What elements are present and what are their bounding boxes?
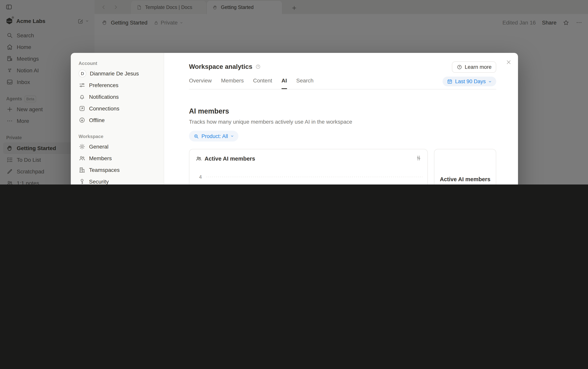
date-range-label: Last 90 Days	[455, 79, 486, 84]
settings-item-notifications[interactable]: Notifications	[75, 91, 159, 103]
settings-content: Workspace analytics ? ? Learn more Overv…	[164, 53, 518, 184]
avatar: D	[79, 70, 86, 77]
arrowbox-icon	[79, 105, 86, 112]
help-circle-icon[interactable]: ?	[255, 64, 261, 70]
people-icon	[196, 155, 202, 162]
product-filter-label: Product: All	[201, 133, 228, 139]
item-label: Security	[89, 178, 109, 184]
settings-item-preferences[interactable]: Preferences	[75, 79, 159, 91]
downcircle-icon	[79, 117, 86, 124]
line-chart: 0123411/1011/2412/812/221/51/19	[189, 163, 426, 184]
workspace-settings-list: GeneralMembersTeamspacesSecurityIdentity…	[75, 141, 159, 184]
chart-settings-icon[interactable]	[415, 155, 422, 161]
svg-text:?: ?	[257, 65, 259, 68]
people2-icon	[79, 155, 86, 162]
tab-members[interactable]: Members	[221, 77, 244, 88]
learn-more-button[interactable]: ? Learn more	[452, 62, 496, 73]
chevron-down-icon	[230, 134, 234, 138]
settings-item-dianmarie-de-jesus[interactable]: DDianmarie De Jesus	[75, 68, 159, 79]
section-description: Tracks how many unique members actively …	[189, 118, 496, 125]
gear-icon	[79, 143, 86, 150]
zoom-plus-icon	[193, 133, 199, 139]
settings-sidebar: Account DDianmarie De JesusPreferencesNo…	[71, 53, 164, 184]
settings-item-general[interactable]: General	[75, 141, 159, 153]
modal-title: Workspace analytics	[189, 63, 252, 70]
settings-modal: Account DDianmarie De JesusPreferencesNo…	[71, 53, 518, 184]
building-icon	[79, 166, 86, 174]
settings-item-offline[interactable]: Offline	[75, 114, 159, 126]
sliders-icon	[79, 82, 86, 89]
tab-search[interactable]: Search	[296, 77, 314, 88]
active-ai-members-chart-card: Active AI members 0123411/1011/2412/812/…	[189, 149, 428, 184]
close-icon[interactable]	[505, 59, 512, 65]
tab-content[interactable]: Content	[253, 77, 272, 88]
settings-item-security[interactable]: Security	[75, 176, 159, 184]
item-label: Offline	[89, 117, 105, 123]
tab-ai[interactable]: AI	[282, 77, 287, 89]
bell-icon	[79, 93, 86, 100]
key-icon	[79, 178, 86, 184]
svg-text:?: ?	[459, 66, 460, 68]
section-heading: AI members	[189, 107, 496, 116]
stat-title: Active AI members	[440, 176, 490, 182]
settings-item-connections[interactable]: Connections	[75, 103, 159, 114]
account-list: DDianmarie De JesusPreferencesNotificati…	[75, 68, 159, 126]
item-label: Members	[89, 155, 112, 161]
settings-item-members[interactable]: Members	[75, 153, 159, 164]
item-label: Dianmarie De Jesus	[90, 70, 139, 77]
item-label: Preferences	[89, 82, 118, 88]
settings-item-teamspaces[interactable]: Teamspaces	[75, 164, 159, 176]
item-label: Teamspaces	[89, 167, 120, 173]
active-ai-members-stat-card: Active AI members 3 in the last 90 days	[434, 149, 496, 184]
item-label: Connections	[89, 105, 119, 112]
chevron-down-icon	[488, 80, 492, 83]
account-section-header: Account	[75, 59, 159, 68]
chart-title: Active AI members	[205, 155, 255, 162]
help-circle-icon: ?	[456, 64, 462, 70]
calendar-icon	[447, 79, 453, 84]
item-label: Notifications	[89, 94, 119, 100]
svg-text:4: 4	[199, 174, 202, 180]
workspace-section-header: Workspace	[75, 132, 159, 141]
analytics-tabs: OverviewMembersContentAISearch Last 90 D…	[189, 77, 496, 89]
screen: ACME Acme Labs SearchHomeMeetingsNotion …	[0, 0, 588, 184]
date-range-button[interactable]: Last 90 Days	[443, 77, 496, 86]
product-filter-chip[interactable]: Product: All	[189, 131, 238, 142]
tab-overview[interactable]: Overview	[189, 77, 212, 88]
learn-more-label: Learn more	[465, 64, 492, 70]
item-label: General	[89, 144, 109, 150]
